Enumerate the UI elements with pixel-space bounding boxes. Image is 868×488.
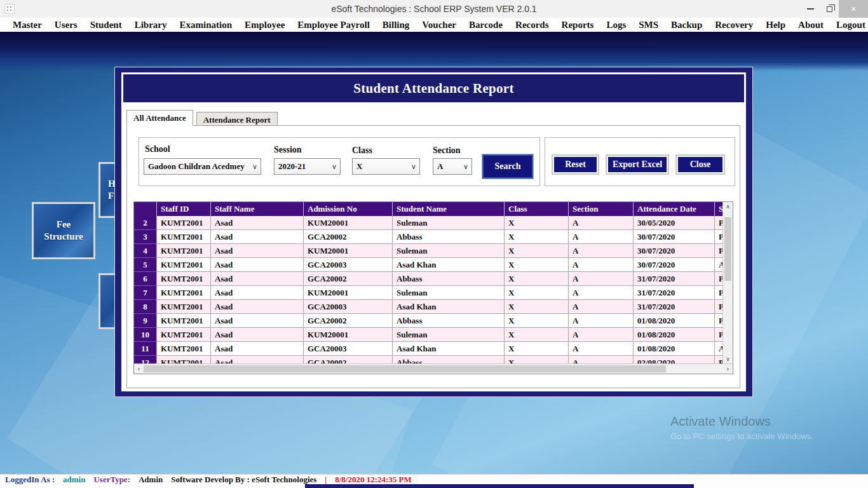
close-button[interactable]: × bbox=[839, 0, 868, 18]
grid-cell[interactable]: KUMT2001 bbox=[157, 328, 211, 342]
grid-cell[interactable]: Asad bbox=[211, 342, 304, 356]
grid-cell[interactable]: GCA20002 bbox=[304, 272, 393, 286]
grid-cell[interactable]: Abbass bbox=[393, 356, 505, 363]
grid-cell[interactable]: X bbox=[505, 230, 569, 244]
grid-row[interactable]: 7KUMT2001AsadKUM20001SulemanXA31/07/2020… bbox=[134, 286, 733, 300]
grid-cell[interactable]: A bbox=[569, 216, 634, 230]
menu-item-barcode[interactable]: Barcode bbox=[463, 20, 509, 30]
grid-column-header[interactable]: Attendance Date bbox=[634, 202, 715, 216]
grid-row[interactable]: 8KUMT2001AsadGCA20003Asad KhanXA31/07/20… bbox=[134, 300, 733, 314]
grid-cell[interactable]: Suleman bbox=[393, 286, 505, 300]
grid-cell[interactable]: 31/07/2020 bbox=[634, 272, 715, 286]
grid-row[interactable]: 11KUMT2001AsadGCA20003Asad KhanXA01/08/2… bbox=[134, 342, 733, 356]
menu-item-examination[interactable]: Examination bbox=[173, 20, 239, 30]
grid-cell[interactable]: A bbox=[569, 244, 634, 258]
grid-cell[interactable]: X bbox=[505, 342, 569, 356]
grid-cell[interactable]: KUMT2001 bbox=[157, 314, 211, 328]
grid-cell[interactable]: 30/07/2020 bbox=[634, 258, 715, 272]
grid-cell[interactable]: X bbox=[505, 356, 569, 363]
menu-item-backup[interactable]: Backup bbox=[665, 20, 709, 30]
horizontal-scroll-thumb[interactable] bbox=[144, 365, 666, 372]
reset-button[interactable]: Reset bbox=[552, 154, 599, 175]
export-excel-button[interactable]: Export Excel bbox=[606, 154, 669, 175]
grid-cell[interactable]: Abbass bbox=[393, 230, 505, 244]
grid-cell[interactable]: Asad bbox=[211, 272, 304, 286]
vertical-scroll-thumb[interactable] bbox=[724, 217, 731, 281]
grid-cell[interactable]: A bbox=[569, 230, 634, 244]
menu-item-users[interactable]: Users bbox=[48, 20, 84, 30]
section-select[interactable]: A ∨ bbox=[433, 158, 472, 175]
scroll-right-icon[interactable]: › bbox=[723, 364, 733, 374]
row-number-cell[interactable]: 6 bbox=[134, 272, 157, 286]
grid-cell[interactable]: A bbox=[569, 356, 634, 363]
grid-cell[interactable]: Asad bbox=[211, 300, 304, 314]
grid-row[interactable]: 6KUMT2001AsadGCA20002AbbassXA31/07/2020P bbox=[134, 272, 733, 286]
menu-item-logout[interactable]: Logout bbox=[830, 20, 868, 30]
grid-cell[interactable]: 01/08/2020 bbox=[634, 328, 715, 342]
menu-item-voucher[interactable]: Voucher bbox=[416, 20, 463, 30]
grid-column-header[interactable]: Class bbox=[505, 202, 569, 216]
grid-cell[interactable]: GCA20002 bbox=[304, 356, 393, 363]
grid-column-header[interactable]: Section bbox=[569, 202, 634, 216]
grid-column-header[interactable]: Staff Name bbox=[211, 202, 304, 216]
grid-cell[interactable]: GCA20002 bbox=[304, 314, 393, 328]
menu-item-help[interactable]: Help bbox=[759, 20, 792, 30]
scroll-left-icon[interactable]: ‹ bbox=[134, 364, 144, 374]
row-number-cell[interactable]: 2 bbox=[134, 216, 157, 230]
grid-cell[interactable]: X bbox=[505, 272, 569, 286]
row-number-cell[interactable]: 9 bbox=[134, 314, 157, 328]
minimize-button[interactable] bbox=[801, 0, 820, 18]
menu-item-employee[interactable]: Employee bbox=[238, 20, 291, 30]
menu-item-student[interactable]: Student bbox=[84, 20, 128, 30]
grid-cell[interactable]: Suleman bbox=[393, 216, 505, 230]
grid-cell[interactable]: X bbox=[505, 300, 569, 314]
grid-row[interactable]: 3KUMT2001AsadGCA20002AbbassXA30/07/2020P bbox=[134, 230, 733, 244]
grid-row[interactable]: 4KUMT2001AsadKUM20001SulemanXA30/07/2020… bbox=[134, 244, 733, 258]
grid-cell[interactable]: Asad Khan bbox=[393, 300, 505, 314]
grid-cell[interactable]: 01/08/2020 bbox=[634, 342, 715, 356]
menu-item-about[interactable]: About bbox=[792, 20, 830, 30]
grid-cell[interactable]: KUMT2001 bbox=[157, 342, 211, 356]
grid-cell[interactable]: Asad bbox=[211, 356, 304, 363]
grid-cell[interactable]: X bbox=[505, 328, 569, 342]
tile-fee-structure[interactable]: Fee Structure bbox=[32, 202, 95, 259]
grid-cell[interactable]: Asad bbox=[211, 244, 304, 258]
menu-item-sms[interactable]: SMS bbox=[632, 20, 665, 30]
scroll-down-icon[interactable]: ∨ bbox=[723, 355, 733, 363]
menu-item-records[interactable]: Records bbox=[509, 20, 555, 30]
grid-cell[interactable]: Asad bbox=[211, 230, 304, 244]
grid-cell[interactable]: 31/07/2020 bbox=[634, 300, 715, 314]
grid-cell[interactable]: A bbox=[569, 342, 634, 356]
grid-cell[interactable]: X bbox=[505, 258, 569, 272]
menu-item-reports[interactable]: Reports bbox=[555, 20, 600, 30]
grid-cell[interactable]: Asad bbox=[211, 216, 304, 230]
grid-cell[interactable]: A bbox=[569, 314, 634, 328]
grid-cell[interactable]: KUM20001 bbox=[304, 216, 393, 230]
grid-cell[interactable]: KUMT2001 bbox=[157, 272, 211, 286]
school-select[interactable]: Gadoon Childran Acedmey ∨ bbox=[144, 158, 261, 175]
grid-cell[interactable]: GCA20003 bbox=[304, 258, 393, 272]
grid-cell[interactable]: KUMT2001 bbox=[157, 244, 211, 258]
grid-cell[interactable]: 02/08/2020 bbox=[634, 356, 715, 363]
menu-item-billing[interactable]: Billing bbox=[376, 20, 416, 30]
grid-cell[interactable]: X bbox=[505, 314, 569, 328]
grid-cell[interactable]: A bbox=[569, 328, 634, 342]
grid-cell[interactable]: Abbass bbox=[393, 272, 505, 286]
grid-cell[interactable]: A bbox=[569, 300, 634, 314]
grid-cell[interactable]: KUM20001 bbox=[304, 328, 393, 342]
grid-cell[interactable]: KUMT2001 bbox=[157, 356, 211, 363]
grid-column-header[interactable]: Student Name bbox=[393, 202, 505, 216]
grid-cell[interactable]: X bbox=[505, 244, 569, 258]
grid-cell[interactable]: Asad Khan bbox=[393, 258, 505, 272]
horizontal-scrollbar[interactable]: ‹ › bbox=[134, 363, 733, 374]
grid-row[interactable]: 2KUMT2001AsadKUM20001SulemanXA30/05/2020… bbox=[134, 216, 733, 230]
grid-row[interactable]: 12KUMT2001AsadGCA20002AbbassXA02/08/2020… bbox=[134, 356, 733, 363]
menu-item-master[interactable]: Master bbox=[6, 20, 48, 30]
tab-attendance-report[interactable]: Attendance Report bbox=[196, 112, 278, 126]
menu-item-library[interactable]: Library bbox=[128, 20, 173, 30]
grid-cell[interactable]: 31/07/2020 bbox=[634, 286, 715, 300]
grid-cell[interactable]: A bbox=[569, 258, 634, 272]
grid-cell[interactable]: GCA20002 bbox=[304, 230, 393, 244]
grid-corner-cell[interactable] bbox=[134, 202, 157, 216]
scroll-up-icon[interactable]: ∧ bbox=[723, 202, 733, 211]
